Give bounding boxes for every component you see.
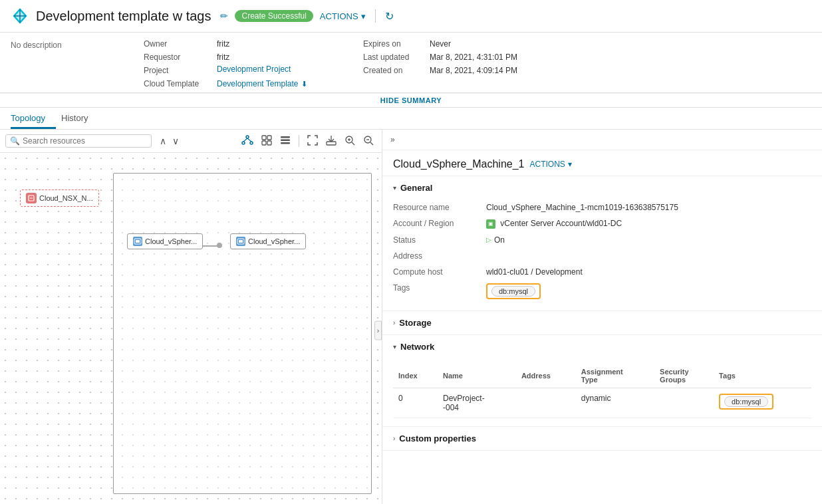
main-content: 🔍 ∧ ∨ [0, 130, 822, 504]
status-value: ▷ On [486, 235, 811, 245]
svg-line-25 [370, 142, 373, 145]
network-tag-badge[interactable]: db:mysql [724, 396, 768, 407]
tag-badge-db-mysql[interactable]: db:mysql [491, 286, 535, 297]
connector-dot [217, 243, 222, 248]
chevron-down-icon: ▾ [393, 184, 396, 191]
summary-section: No description Owner fritz Requestor fri… [0, 33, 822, 93]
chevron-down-icon: ▾ [568, 160, 572, 169]
detail-actions-button[interactable]: ACTIONS ▾ [529, 160, 571, 169]
svg-rect-31 [239, 240, 243, 243]
table-row: 0 DevProject--004 dynamic db:mysql [393, 388, 811, 418]
row-security-groups [654, 388, 714, 418]
actions-button[interactable]: ACTIONS ▾ [320, 11, 366, 21]
download-icon: ⬇ [301, 80, 307, 88]
svg-line-9 [247, 138, 251, 142]
col-assignment-type: AssignmentType [576, 364, 654, 388]
zoom-out-icon[interactable] [360, 134, 376, 149]
refresh-icon[interactable]: ↻ [385, 10, 394, 23]
zoom-in-icon[interactable] [342, 134, 358, 149]
cloud-template-link[interactable]: Development Template [217, 79, 299, 88]
storage-section-header[interactable]: › Storage [382, 311, 822, 334]
general-section: ▾ General Resource name Cloud_vSphere_Ma… [382, 176, 822, 311]
detail-panel: » Cloud_vSphere_Machine_1 ACTIONS ▾ ▾ Ge… [382, 130, 822, 504]
svg-point-7 [250, 142, 253, 144]
svg-line-22 [352, 142, 354, 145]
grid-view-icon[interactable] [259, 134, 275, 149]
expand-panel-button[interactable]: » [382, 130, 822, 150]
storage-section-title: Storage [399, 318, 431, 328]
resource-name-value: Cloud_vSphere_Machine_1-mcm1019-16363857… [486, 203, 811, 212]
tags-value: db:mysql [486, 283, 811, 299]
row-address [516, 388, 576, 418]
search-icon: 🔍 [10, 136, 20, 146]
general-section-title: General [400, 183, 432, 193]
custom-properties-section-header[interactable]: › Custom properties [382, 427, 822, 450]
export-icon[interactable] [323, 134, 339, 149]
panel-toggle[interactable]: › [374, 320, 382, 340]
address-label: Address [393, 251, 486, 261]
svg-rect-16 [281, 142, 290, 144]
play-icon: ▷ [486, 236, 491, 243]
resource-name-label: Resource name [393, 203, 486, 212]
tags-row: Tags db:mysql [393, 280, 811, 303]
owner-label: Owner [144, 38, 217, 50]
vm-node-2-label: Cloud_vSpher... [248, 237, 300, 245]
custom-properties-section-title: Custom properties [399, 434, 476, 443]
tab-topology[interactable]: Topology [11, 108, 56, 129]
svg-rect-29 [136, 240, 140, 243]
general-section-header[interactable]: ▾ General [382, 176, 822, 199]
vm-node-2[interactable]: Cloud_vSpher... [230, 233, 306, 249]
app-logo [11, 7, 29, 25]
compute-host-label: Compute host [393, 267, 486, 277]
nsx-node-label: Cloud_NSX_N... [39, 194, 93, 202]
created-value: Mar 8, 2021, 4:09:14 PM [430, 64, 563, 76]
svg-rect-15 [281, 139, 290, 141]
group-container: Cloud_vSpher... Cloud_vSpher... [113, 173, 372, 494]
status-label: Status [393, 235, 486, 245]
general-section-content: Resource name Cloud_vSphere_Machine_1-mc… [382, 199, 822, 311]
svg-rect-11 [267, 136, 271, 140]
vm-node-1[interactable]: Cloud_vSpher... [127, 233, 203, 249]
sort-asc-icon[interactable]: ∧ [157, 134, 169, 148]
page-header: Development template w tags ✏ Create Suc… [0, 0, 822, 33]
chevron-right-icon: › [393, 435, 395, 442]
project-label: Project [144, 64, 217, 76]
project-link[interactable]: Development Project [217, 64, 337, 76]
detail-header: Cloud_vSphere_Machine_1 ACTIONS ▾ [382, 150, 822, 176]
svg-rect-12 [262, 141, 266, 145]
topology-panel: 🔍 ∧ ∨ [0, 130, 382, 504]
owner-value: fritz [217, 38, 337, 50]
separator [375, 9, 376, 23]
page-title: Development template w tags [36, 9, 211, 24]
list-view-icon[interactable] [277, 134, 293, 149]
svg-rect-13 [267, 141, 271, 145]
nsx-node[interactable]: Cloud_NSX_N... [20, 189, 99, 207]
created-label: Created on [363, 64, 430, 76]
svg-line-8 [243, 138, 247, 142]
svg-point-6 [242, 142, 245, 144]
address-row: Address [393, 248, 811, 264]
requestor-label: Requestor [144, 51, 217, 63]
account-region-value: ▣ vCenter Server Account/wld01-DC [486, 219, 811, 229]
compute-host-row: Compute host wld01-clu01 / Development [393, 264, 811, 280]
resource-name-row: Resource name Cloud_vSphere_Machine_1-mc… [393, 199, 811, 215]
network-section-title: Network [400, 342, 434, 352]
tab-history[interactable]: History [61, 108, 98, 129]
fit-to-screen-icon[interactable] [305, 134, 321, 149]
account-region-label: Account / Region [393, 219, 486, 228]
edit-title-icon[interactable]: ✏ [220, 11, 228, 21]
expires-value: Never [430, 38, 563, 50]
col-address: Address [516, 364, 576, 388]
network-section-header[interactable]: ▾ Network [382, 335, 822, 358]
hide-summary-button[interactable]: HIDE SUMMARY [0, 93, 822, 108]
col-name: Name [438, 364, 516, 388]
status-row: Status ▷ On [393, 232, 811, 248]
col-index: Index [393, 364, 438, 388]
search-input[interactable] [23, 136, 147, 146]
expires-label: Expires on [363, 38, 430, 50]
cloud-template-label: Cloud Template [144, 78, 217, 90]
svg-rect-10 [262, 136, 266, 140]
sort-desc-icon[interactable]: ∨ [170, 134, 182, 148]
search-box[interactable]: 🔍 [5, 134, 152, 148]
network-view-icon[interactable] [239, 132, 256, 150]
